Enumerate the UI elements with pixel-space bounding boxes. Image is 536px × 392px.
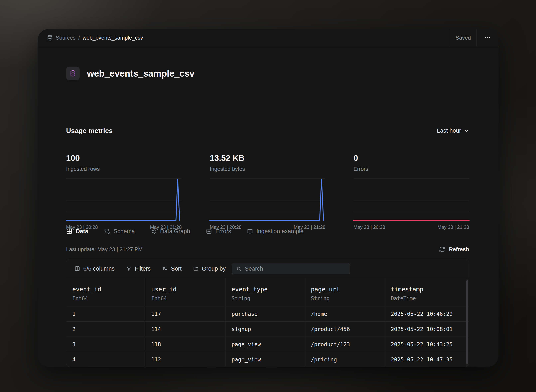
- tab-label: Data Graph: [160, 228, 190, 235]
- columns-icon: [74, 266, 80, 272]
- last-update-text: Last update: May 23 | 21:27 PM: [66, 246, 143, 253]
- tab-data-graph[interactable]: Data Graph: [150, 228, 190, 235]
- folder-icon: [193, 266, 199, 272]
- cell: 112: [145, 352, 225, 367]
- breadcrumb-current: web_events_sample_csv: [83, 35, 143, 41]
- breadcrumb-section[interactable]: Sources: [56, 35, 76, 41]
- group-by-button[interactable]: Group by: [193, 265, 226, 272]
- column-header-event-id[interactable]: event_id Int64: [66, 278, 145, 306]
- table-scrollbar[interactable]: [466, 279, 468, 367]
- cell: /product/123: [305, 337, 385, 352]
- metric-label: Ingested bytes: [210, 166, 325, 172]
- time-range-selector[interactable]: Last hour: [437, 127, 469, 134]
- usage-metrics-grid: 100 Ingested rows May 23 | 20:28 May 23 …: [66, 154, 469, 230]
- table-row[interactable]: 3 118 page_view /product/123 2025-05-22 …: [66, 337, 469, 352]
- table-row[interactable]: 4 112 page_view /pricing 2025-05-22 10:4…: [66, 352, 469, 367]
- tab-label: Errors: [215, 228, 231, 235]
- topbar-actions: Saved: [450, 29, 498, 47]
- source-icon-badge: [66, 67, 80, 80]
- breadcrumb: Sources / web_events_sample_csv: [38, 35, 143, 41]
- metric-errors: 0 Errors May 23 | 20:28 May 23 | 21:28: [354, 154, 469, 230]
- tab-schema[interactable]: Schema: [104, 228, 135, 235]
- column-header-user-id[interactable]: user_id Int64: [145, 278, 225, 306]
- table-header-row: event_id Int64 user_id Int64 event_type …: [66, 278, 469, 306]
- filter-icon: [126, 266, 132, 272]
- ellipsis-icon: [484, 34, 491, 41]
- metric-label: Ingested rows: [66, 166, 182, 172]
- database-icon: [47, 35, 53, 41]
- usage-metrics-header: Usage metrics Last hour: [66, 127, 469, 135]
- x-axis-labels: May 23 | 20:28 May 23 | 21:28: [354, 224, 469, 230]
- cell: /pricing: [305, 352, 385, 367]
- topbar: Sources / web_events_sample_csv Saved: [38, 29, 498, 47]
- cell: 2025-05-22 10:46:29: [385, 306, 467, 321]
- schema-icon: [104, 228, 110, 235]
- open-book-icon: [247, 228, 253, 235]
- save-status: Saved: [450, 29, 477, 47]
- errors-chart: [354, 178, 469, 222]
- page-header: web_events_sample_csv: [66, 67, 195, 80]
- cell: 2025-05-22 10:43:25: [385, 337, 467, 352]
- database-icon-purple: [69, 70, 77, 77]
- columns-button[interactable]: 6/6 columns: [74, 265, 115, 272]
- cell: 2025-05-22 10:08:01: [385, 322, 467, 337]
- x-tick-end: May 23 | 21:28: [437, 224, 469, 230]
- usage-metrics-title: Usage metrics: [66, 127, 113, 135]
- ingested-rows-chart: [66, 178, 182, 222]
- data-graph-icon: [150, 228, 157, 235]
- cell: 114: [145, 322, 225, 337]
- cell: page_view: [225, 337, 305, 352]
- refresh-button[interactable]: Refresh: [439, 246, 469, 253]
- more-menu-button[interactable]: [477, 29, 498, 47]
- filters-button[interactable]: Filters: [126, 265, 151, 272]
- refresh-label: Refresh: [449, 246, 469, 253]
- search-input[interactable]: [245, 265, 346, 272]
- column-header-page-url[interactable]: page_url String: [305, 278, 385, 306]
- cell: purchase: [225, 306, 305, 321]
- metric-value: 13.52 KB: [210, 154, 325, 162]
- tab-errors[interactable]: Errors: [206, 228, 231, 235]
- cell: 2025-05-22 10:47:35: [385, 352, 467, 367]
- table-grid-icon: [66, 228, 72, 235]
- tab-label: Data: [76, 228, 88, 235]
- error-scroll-icon: [206, 228, 212, 235]
- chevron-down-icon: [464, 128, 469, 133]
- column-header-event-type[interactable]: event_type String: [225, 278, 305, 306]
- cell: 2: [66, 322, 145, 337]
- ingested-bytes-chart: [210, 178, 325, 222]
- scrollbar-thumb[interactable]: [466, 280, 468, 364]
- metric-ingested-bytes: 13.52 KB Ingested bytes May 23 | 20:28 M…: [210, 154, 325, 230]
- time-range-label: Last hour: [437, 127, 461, 134]
- cell: 3: [66, 337, 145, 352]
- table-toolbar: 6/6 columns Filters Sort: [66, 259, 469, 278]
- cell: 4: [66, 352, 145, 367]
- columns-label: 6/6 columns: [83, 265, 115, 272]
- tab-label: Schema: [114, 228, 135, 235]
- data-table-card: 6/6 columns Filters Sort: [66, 259, 469, 367]
- table-status-row: Last update: May 23 | 21:27 PM Refresh: [66, 246, 469, 253]
- metric-ingested-rows: 100 Ingested rows May 23 | 20:28 May 23 …: [66, 154, 182, 230]
- tab-ingestion-example[interactable]: Ingestion example: [247, 228, 303, 235]
- filters-label: Filters: [135, 265, 151, 272]
- tab-data[interactable]: Data: [66, 228, 88, 235]
- search-box: [232, 263, 350, 274]
- page-title: web_events_sample_csv: [87, 68, 195, 79]
- search-icon: [236, 266, 242, 272]
- refresh-icon: [439, 246, 445, 253]
- save-status-label: Saved: [455, 35, 471, 41]
- cell: 117: [145, 306, 225, 321]
- table-row[interactable]: 1 117 purchase /home 2025-05-22 10:46:29: [66, 306, 469, 321]
- column-header-timestamp[interactable]: timestamp DateTime: [385, 278, 467, 306]
- cell: /product/456: [305, 322, 385, 337]
- metric-value: 100: [66, 154, 182, 162]
- detail-tabs: Data Schema Data Graph: [66, 228, 304, 235]
- sort-icon: [162, 266, 168, 272]
- group-by-label: Group by: [202, 265, 226, 272]
- source-detail-window: Sources / web_events_sample_csv Saved: [38, 29, 498, 367]
- sort-button[interactable]: Sort: [162, 265, 182, 272]
- breadcrumb-separator: /: [78, 35, 80, 41]
- table-row[interactable]: 2 114 signup /product/456 2025-05-22 10:…: [66, 321, 469, 337]
- cell: 1: [66, 306, 145, 321]
- tab-label: Ingestion example: [256, 228, 303, 235]
- metric-value: 0: [354, 154, 469, 162]
